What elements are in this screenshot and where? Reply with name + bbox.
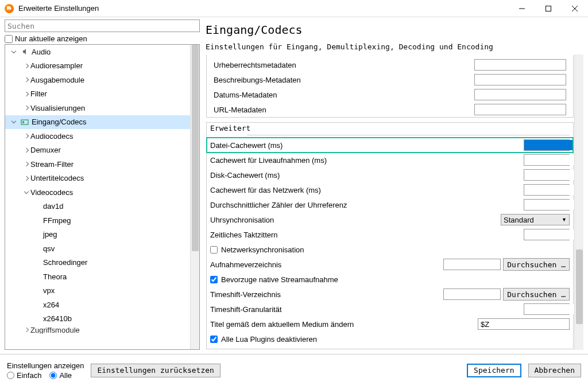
svg-rect-4 bbox=[21, 120, 28, 124]
tree-item[interactable]: Untertitelcodecs bbox=[5, 171, 190, 186]
tree-item[interactable]: Audioresampler bbox=[5, 59, 190, 73]
tree-item[interactable]: x264 bbox=[5, 298, 190, 312]
maximize-button[interactable] bbox=[535, 0, 562, 17]
date-input[interactable] bbox=[474, 89, 566, 100]
jitter-spinner[interactable]: ▲▼ bbox=[524, 229, 570, 240]
advanced-group: Erweitert Datei-Cachewert (ms) ▲▼ Cachew… bbox=[206, 122, 574, 349]
tree-item-label: jpeg bbox=[43, 230, 57, 239]
tree-item[interactable]: Stream-Filter bbox=[5, 157, 190, 171]
vlc-icon bbox=[5, 4, 14, 13]
tree-item-label: Filter bbox=[30, 89, 47, 98]
reset-button[interactable]: Einstellungen zurücksetzen bbox=[91, 364, 220, 377]
close-button[interactable] bbox=[562, 0, 588, 17]
radio-all[interactable]: Alle bbox=[49, 371, 72, 380]
tree-item[interactable]: Audiocodecs bbox=[5, 129, 190, 143]
tree-item-label: qsv bbox=[43, 244, 55, 253]
chevron-right-icon bbox=[22, 328, 30, 332]
save-button[interactable]: Speichern bbox=[467, 364, 521, 377]
net-sync-checkbox[interactable]: Netzwerksynchronisation bbox=[210, 245, 304, 254]
tree-item-label: Audiocodecs bbox=[30, 132, 73, 141]
tree-item-label: Untertitelcodecs bbox=[30, 174, 84, 182]
chevron-right-icon bbox=[22, 162, 30, 166]
advanced-header: Erweitert bbox=[207, 123, 573, 134]
rec-dir-input[interactable] bbox=[443, 259, 501, 270]
search-input[interactable] bbox=[5, 20, 200, 32]
window-title: Erweiterte Einstellungen bbox=[18, 4, 509, 13]
chevron-down-icon bbox=[10, 51, 18, 53]
timeshift-gran-spinner[interactable]: ▲▼ bbox=[524, 303, 570, 315]
chevron-down-icon bbox=[10, 121, 18, 123]
tree-item[interactable]: FFmpeg bbox=[5, 213, 190, 228]
metadata-group: Urheberrechtsmetadaten Beschreibungs-Met… bbox=[206, 55, 574, 118]
file-cache-spinner[interactable]: ▲▼ bbox=[524, 139, 570, 151]
tree-item[interactable]: Visualisierungen bbox=[5, 101, 190, 115]
tree-item[interactable]: x26410b bbox=[5, 312, 190, 326]
description-label: Beschreibungs-Metadaten bbox=[214, 76, 474, 84]
disk-cache-spinner[interactable]: ▲▼ bbox=[524, 169, 570, 181]
tree-item[interactable]: Theora bbox=[5, 270, 190, 284]
date-label: Datums-Metadaten bbox=[214, 91, 474, 99]
chevron-right-icon bbox=[22, 64, 30, 68]
tree-item[interactable]: Filter bbox=[5, 87, 190, 102]
svg-rect-5 bbox=[22, 121, 24, 123]
url-input[interactable] bbox=[474, 104, 566, 115]
tree-item[interactable]: Zugriffsmodule bbox=[5, 326, 190, 334]
tree-item-label: Visualisierungen bbox=[30, 104, 85, 112]
clock-avg-spinner[interactable]: ▲▼ bbox=[524, 199, 570, 210]
tree-item-label: Ausgabemodule bbox=[30, 76, 84, 84]
minimize-button[interactable] bbox=[509, 0, 535, 17]
description-input[interactable] bbox=[474, 74, 566, 85]
title-change-input[interactable] bbox=[478, 318, 570, 330]
tree-item[interactable]: dav1d bbox=[5, 200, 190, 214]
rec-dir-browse[interactable]: Durchsuchen … bbox=[503, 258, 570, 271]
show-settings-label: Einstellungen anzeigen bbox=[7, 361, 84, 370]
tree-item[interactable]: Schroedinger bbox=[5, 256, 190, 270]
tree-item[interactable]: Eingang/Codecs bbox=[5, 115, 190, 130]
tree-item-label: Schroedinger bbox=[43, 258, 87, 267]
tree-item-label: x264 bbox=[43, 301, 59, 309]
tree-item-label: Demuxer bbox=[30, 146, 61, 154]
tree-item-label: x26410b bbox=[43, 314, 72, 323]
codec-icon bbox=[20, 118, 29, 126]
tree-scrollbar[interactable] bbox=[190, 45, 199, 349]
page-subtitle: Einstellungen für Eingang, Demultiplexin… bbox=[206, 42, 583, 51]
tree-item[interactable]: Audio bbox=[5, 45, 190, 59]
copyright-input[interactable] bbox=[474, 59, 566, 71]
tree-item-label: Stream-Filter bbox=[30, 160, 74, 169]
tree-item-label: vpx bbox=[43, 286, 55, 295]
tree-item-label: Audioresampler bbox=[30, 61, 83, 70]
tree-item[interactable]: jpeg bbox=[5, 228, 190, 242]
cancel-button[interactable]: Abbrechen bbox=[528, 364, 581, 377]
tree-item[interactable]: vpx bbox=[5, 284, 190, 298]
tree-item[interactable]: qsv bbox=[5, 241, 190, 256]
timeshift-dir-browse[interactable]: Durchsuchen … bbox=[503, 288, 570, 301]
tree-item[interactable]: Ausgabemodule bbox=[5, 73, 190, 87]
audio-icon bbox=[20, 48, 29, 56]
timeshift-dir-input[interactable] bbox=[443, 288, 501, 300]
titlebar: Erweiterte Einstellungen bbox=[0, 0, 588, 17]
chevron-down-icon bbox=[22, 192, 30, 193]
chevron-right-icon bbox=[22, 78, 30, 81]
right-panel: Eingang/Codecs Einstellungen für Eingang… bbox=[206, 20, 583, 350]
tree-item-label: Audio bbox=[32, 48, 51, 56]
settings-tree[interactable]: AudioAudioresamplerAusgabemoduleFilterVi… bbox=[5, 45, 190, 349]
svg-rect-1 bbox=[546, 6, 551, 11]
tree-item-label: Videocodecs bbox=[30, 188, 73, 197]
chevron-right-icon bbox=[22, 106, 30, 110]
lua-disable-checkbox[interactable]: Alle Lua Plugins deaktivieren bbox=[210, 335, 317, 344]
native-stream-checkbox[interactable]: Bevorzuge native Streamaufnahme bbox=[210, 275, 338, 284]
net-cache-spinner[interactable]: ▲▼ bbox=[524, 184, 570, 196]
tree-item-label: Theora bbox=[43, 272, 67, 281]
copyright-label: Urheberrechtsmetadaten bbox=[214, 61, 474, 69]
chevron-right-icon bbox=[22, 177, 30, 180]
page-title: Eingang/Codecs bbox=[206, 23, 583, 37]
show-current-checkbox[interactable]: Nur aktuelle anzeigen bbox=[5, 34, 200, 43]
right-scrollbar[interactable] bbox=[574, 54, 583, 350]
radio-simple[interactable]: Einfach bbox=[7, 371, 41, 380]
url-label: URL-Metadaten bbox=[214, 106, 474, 114]
tree-item[interactable]: Videocodecs bbox=[5, 185, 190, 200]
live-cache-spinner[interactable]: ▲▼ bbox=[524, 154, 570, 166]
tree-item[interactable]: Demuxer bbox=[5, 143, 190, 158]
tree-item-label: Zugriffsmodule bbox=[30, 326, 80, 334]
clock-sync-select[interactable]: Standard▼ bbox=[501, 214, 570, 225]
